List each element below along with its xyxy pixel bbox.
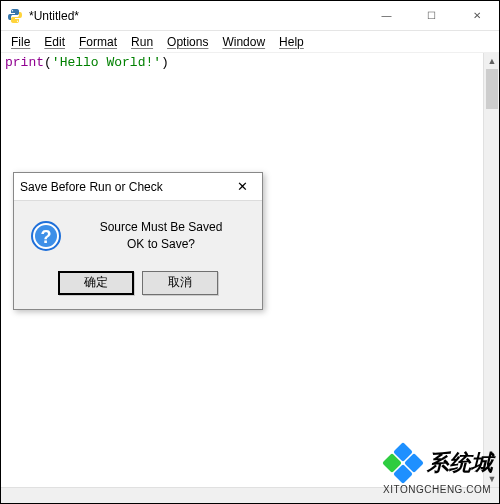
window-controls: — ☐ ✕ <box>364 1 499 30</box>
cancel-button[interactable]: 取消 <box>142 271 218 295</box>
menu-file[interactable]: File <box>5 33 36 51</box>
svg-text:?: ? <box>41 227 52 247</box>
token-string: 'Hello World!' <box>52 55 161 70</box>
scroll-up-arrow[interactable]: ▲ <box>484 53 500 69</box>
scroll-down-arrow[interactable]: ▼ <box>484 471 500 487</box>
svg-point-1 <box>17 20 18 21</box>
window-title: *Untitled* <box>29 9 364 23</box>
python-icon <box>7 8 23 24</box>
menu-run[interactable]: Run <box>125 33 159 51</box>
dialog-message-line1: Source Must Be Saved <box>76 219 246 236</box>
code-editor[interactable]: print('Hello World!') <box>1 53 483 72</box>
code-line: print('Hello World!') <box>5 55 169 70</box>
token-function: print <box>5 55 44 70</box>
horizontal-scrollbar[interactable] <box>1 487 499 503</box>
menu-options[interactable]: Options <box>161 33 214 51</box>
menu-window[interactable]: Window <box>216 33 271 51</box>
svg-point-0 <box>12 10 13 11</box>
dialog-message: Source Must Be Saved OK to Save? <box>76 219 246 253</box>
dialog-buttons: 确定 取消 <box>14 263 262 309</box>
token-open-paren: ( <box>44 55 52 70</box>
menu-format[interactable]: Format <box>73 33 123 51</box>
scroll-thumb[interactable] <box>486 69 498 109</box>
dialog-message-line2: OK to Save? <box>76 236 246 253</box>
vertical-scrollbar[interactable]: ▲ ▼ <box>483 53 499 487</box>
question-icon: ? <box>30 220 62 252</box>
dialog-titlebar: Save Before Run or Check ✕ <box>14 173 262 201</box>
menu-edit[interactable]: Edit <box>38 33 71 51</box>
maximize-button[interactable]: ☐ <box>409 1 454 30</box>
minimize-button[interactable]: — <box>364 1 409 30</box>
menubar: File Edit Format Run Options Window Help <box>1 31 499 53</box>
dialog-body: ? Source Must Be Saved OK to Save? <box>14 201 262 263</box>
ok-button[interactable]: 确定 <box>58 271 134 295</box>
close-button[interactable]: ✕ <box>454 1 499 30</box>
token-close-paren: ) <box>161 55 169 70</box>
titlebar: *Untitled* — ☐ ✕ <box>1 1 499 31</box>
save-dialog: Save Before Run or Check ✕ ? Source Must… <box>13 172 263 310</box>
menu-help[interactable]: Help <box>273 33 310 51</box>
dialog-title: Save Before Run or Check <box>20 180 222 194</box>
dialog-close-button[interactable]: ✕ <box>222 173 262 200</box>
